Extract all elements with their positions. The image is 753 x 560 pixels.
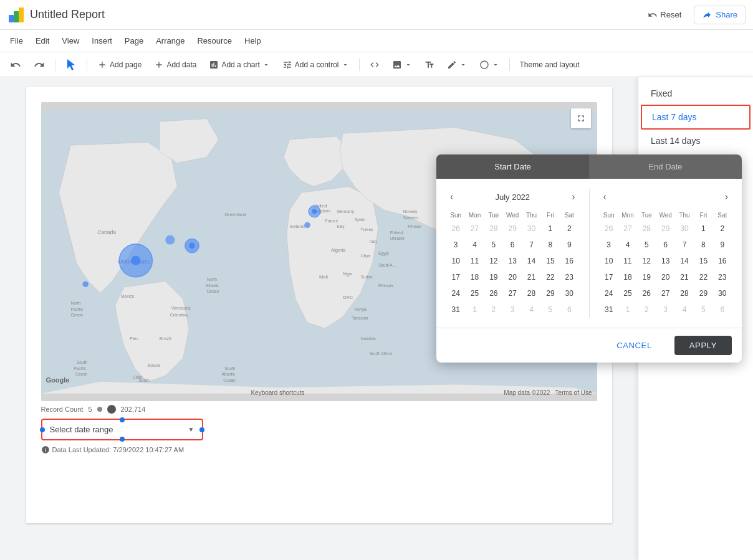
handle-bottom[interactable] xyxy=(120,437,125,442)
theme-layout-button[interactable]: Theme and layout xyxy=(515,58,585,72)
calendar-day[interactable]: 2 xyxy=(560,221,578,237)
calendar-day[interactable]: 20 xyxy=(503,269,522,285)
calendar-day[interactable]: 24 xyxy=(446,285,465,301)
calendar-day[interactable]: 15 xyxy=(694,253,712,269)
calendar-day[interactable]: 29 xyxy=(541,285,560,301)
add-page-button[interactable]: Add page xyxy=(92,57,146,72)
calendar-day[interactable]: 3 xyxy=(656,301,675,318)
calendar-day[interactable]: 3 xyxy=(446,237,465,253)
calendar-day[interactable]: 26 xyxy=(637,285,656,301)
calendar-day[interactable]: 11 xyxy=(465,253,484,269)
dropdown-item-last14days[interactable]: Last 14 days xyxy=(638,130,753,152)
calendar-day[interactable]: 6 xyxy=(713,301,732,318)
keyboard-shortcuts[interactable]: Keyboard shortcuts xyxy=(251,389,304,396)
calendar-day[interactable]: 29 xyxy=(656,221,675,237)
calendar-day[interactable]: 25 xyxy=(618,285,637,301)
calendar-day[interactable]: 19 xyxy=(637,269,656,285)
calendar-day[interactable]: 26 xyxy=(446,221,465,237)
calendar-day[interactable]: 24 xyxy=(600,285,618,301)
calendar-day[interactable]: 20 xyxy=(656,269,675,285)
calendar-day[interactable]: 1 xyxy=(618,301,637,318)
calendar-day[interactable]: 17 xyxy=(600,269,618,285)
calendar-day[interactable]: 14 xyxy=(522,253,540,269)
calendar-day[interactable]: 1 xyxy=(694,221,712,237)
calendar-day[interactable]: 27 xyxy=(618,221,637,237)
calendar-day[interactable]: 29 xyxy=(503,221,522,237)
calendar-day[interactable]: 31 xyxy=(600,301,618,318)
calendar-day[interactable]: 4 xyxy=(618,237,637,253)
calendar-day[interactable]: 7 xyxy=(675,237,694,253)
add-control-button[interactable]: Add a control xyxy=(277,57,354,72)
calendar-day[interactable]: 21 xyxy=(675,269,694,285)
select-tool-button[interactable] xyxy=(60,57,82,73)
calendar-day[interactable]: 8 xyxy=(541,237,560,253)
calendar-day[interactable]: 2 xyxy=(484,301,503,318)
draw-button[interactable] xyxy=(442,57,472,72)
calendar-day[interactable]: 27 xyxy=(656,285,675,301)
calendar-day[interactable]: 12 xyxy=(637,253,656,269)
calendar-day[interactable]: 14 xyxy=(675,253,694,269)
calendar-day[interactable]: 3 xyxy=(503,301,522,318)
share-button[interactable]: Share xyxy=(694,6,746,24)
fullscreen-button[interactable] xyxy=(571,108,591,128)
handle-right[interactable] xyxy=(199,427,204,432)
calendar-day[interactable]: 7 xyxy=(522,237,540,253)
calendar-day[interactable]: 30 xyxy=(675,221,694,237)
cancel-button[interactable]: CANCEL xyxy=(602,336,667,355)
calendar-day[interactable]: 25 xyxy=(465,285,484,301)
calendar-day[interactable]: 23 xyxy=(560,269,578,285)
calendar-day[interactable]: 9 xyxy=(560,237,578,253)
calendar-day[interactable]: 26 xyxy=(600,221,618,237)
calendar-day[interactable]: 28 xyxy=(637,221,656,237)
calendar-day[interactable]: 31 xyxy=(446,301,465,318)
code-button[interactable] xyxy=(365,57,385,72)
calendar-day[interactable]: 18 xyxy=(618,269,637,285)
add-chart-button[interactable]: Add a chart xyxy=(204,57,274,72)
calendar-day[interactable]: 23 xyxy=(713,269,732,285)
dropdown-item-fixed[interactable]: Fixed xyxy=(638,82,753,105)
calendar-day[interactable]: 27 xyxy=(465,221,484,237)
calendar-day[interactable]: 5 xyxy=(694,301,712,318)
calendar-day[interactable]: 8 xyxy=(694,237,712,253)
calendar-day[interactable]: 12 xyxy=(484,253,503,269)
image-button[interactable] xyxy=(387,57,417,72)
calendar-day[interactable]: 6 xyxy=(656,237,675,253)
end-date-tab[interactable]: End Date xyxy=(589,154,742,179)
right-month-prev[interactable]: ‹ xyxy=(600,189,610,205)
left-month-prev[interactable]: ‹ xyxy=(446,189,457,205)
calendar-day[interactable]: 19 xyxy=(484,269,503,285)
calendar-day[interactable]: 27 xyxy=(503,285,522,301)
redo-button[interactable] xyxy=(29,57,50,73)
calendar-day[interactable]: 3 xyxy=(600,237,618,253)
calendar-day[interactable]: 5 xyxy=(637,237,656,253)
calendar-day[interactable]: 28 xyxy=(675,285,694,301)
calendar-day[interactable]: 2 xyxy=(713,221,732,237)
handle-left[interactable] xyxy=(40,427,45,432)
calendar-day[interactable]: 1 xyxy=(541,221,560,237)
menu-edit[interactable]: Edit xyxy=(31,34,54,48)
calendar-day[interactable]: 18 xyxy=(465,269,484,285)
calendar-day[interactable]: 9 xyxy=(713,237,732,253)
right-month-next[interactable]: › xyxy=(721,189,732,205)
apply-button[interactable]: APPLY xyxy=(674,336,732,355)
dropdown-item-last7days[interactable]: Last 7 days xyxy=(641,105,751,130)
calendar-day[interactable]: 17 xyxy=(446,269,465,285)
calendar-day[interactable]: 2 xyxy=(637,301,656,318)
calendar-day[interactable]: 10 xyxy=(600,253,618,269)
menu-arrange[interactable]: Arrange xyxy=(151,34,189,48)
calendar-day[interactable]: 4 xyxy=(675,301,694,318)
calendar-day[interactable]: 22 xyxy=(694,269,712,285)
calendar-day[interactable]: 10 xyxy=(446,253,465,269)
text-button[interactable] xyxy=(420,57,439,72)
reset-button[interactable]: Reset xyxy=(640,6,689,24)
calendar-day[interactable]: 6 xyxy=(503,237,522,253)
handle-top[interactable] xyxy=(120,417,125,422)
calendar-day[interactable]: 5 xyxy=(541,301,560,318)
menu-page[interactable]: Page xyxy=(120,34,148,48)
calendar-day[interactable]: 15 xyxy=(541,253,560,269)
calendar-day[interactable]: 22 xyxy=(541,269,560,285)
calendar-day[interactable]: 13 xyxy=(656,253,675,269)
calendar-day[interactable]: 4 xyxy=(465,237,484,253)
calendar-day[interactable]: 5 xyxy=(484,237,503,253)
menu-help[interactable]: Help xyxy=(239,34,266,48)
